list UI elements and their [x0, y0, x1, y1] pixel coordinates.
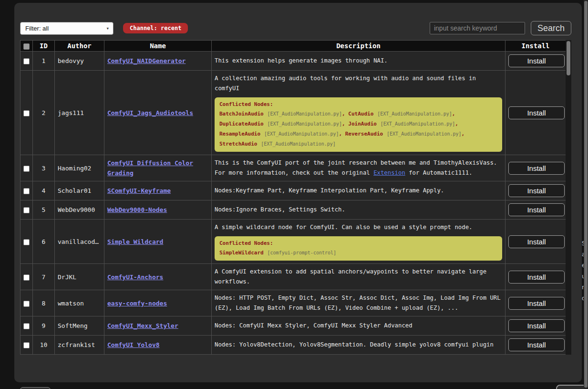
- column-header-name: Name: [104, 41, 212, 52]
- column-header-id: ID: [33, 41, 55, 52]
- conflict-separator: ,: [339, 131, 345, 137]
- install-button[interactable]: Install: [508, 338, 565, 351]
- row-description-cell: A collection amazing audio tools for wor…: [212, 71, 505, 155]
- search-button[interactable]: Search: [531, 21, 571, 35]
- row-name: ComfyUI Yolov8: [104, 336, 212, 355]
- row-name-link[interactable]: SComfyUI-Keyframe: [107, 187, 171, 194]
- conflict-node-name: StretchAudio: [219, 141, 257, 147]
- row-name-link[interactable]: WebDev9000-Nodes: [107, 206, 167, 213]
- row-select-cell: [21, 181, 33, 200]
- row-name: ComfyUI_Mexx_Styler: [104, 316, 212, 336]
- row-description: A simple wildcard node for ComfyUI. Can …: [215, 222, 502, 232]
- row-description-cell: A ComfyUI extension to add spatial ancho…: [212, 264, 505, 290]
- row-select-cell: [21, 316, 33, 336]
- row-checkbox[interactable]: [23, 274, 30, 281]
- row-author-text: Haoming02: [58, 163, 101, 173]
- row-install-cell: Install: [505, 181, 566, 200]
- custom-nodes-table-wrap: ID Author Name Description Install 1bedo…: [20, 40, 571, 355]
- conflict-separator: ,: [342, 121, 348, 127]
- install-button[interactable]: Install: [508, 297, 565, 310]
- page-scrollbar-track: [584, 0, 588, 389]
- conflict-box: Conflicted Nodes:BatchJoinAudio [EXT_Aud…: [215, 97, 502, 152]
- row-id: 4: [33, 181, 55, 200]
- row-select-cell: [21, 264, 33, 290]
- conflict-node-source: [EXT_AudioManipulation.py]: [261, 141, 336, 147]
- row-name-link[interactable]: ComfyUI Yolov8: [107, 341, 160, 348]
- row-description-cell: Nodes: Yolov8Detection, Yolov8Segmentati…: [212, 336, 505, 355]
- row-name-link[interactable]: ComfyUI_Mexx_Styler: [107, 322, 178, 329]
- conflict-separator: ,: [342, 111, 348, 117]
- table-row: 5WebDev9000WebDev9000-NodesNodes:Ignore …: [21, 200, 566, 220]
- row-author-text: Scholar01: [58, 186, 101, 196]
- row-description-cell: Nodes:Keyframe Part, Keyframe Interpolat…: [212, 181, 505, 200]
- install-button[interactable]: Install: [508, 106, 565, 119]
- header-select-cell: [21, 41, 33, 52]
- install-button[interactable]: Install: [508, 319, 565, 332]
- row-checkbox[interactable]: [23, 239, 30, 245]
- conflict-node-name: ReverseAudio: [345, 131, 383, 137]
- row-description: Nodes:Ignore Braces, Settings Switch.: [215, 205, 502, 215]
- row-author: zcfrank1st: [55, 336, 104, 355]
- row-author-text: bedovyy: [58, 56, 101, 66]
- row-name-link[interactable]: ComfyUI-Anchors: [107, 273, 163, 281]
- row-author-text: vanillacode314: [58, 237, 101, 247]
- row-name-link[interactable]: ComfyUI_NAIDGenerator: [107, 57, 186, 64]
- table-header-row: ID Author Name Description Install: [21, 41, 566, 52]
- row-checkbox[interactable]: [23, 188, 30, 194]
- search-input[interactable]: [430, 22, 525, 34]
- row-name: ComfyUI_NAIDGenerator: [104, 52, 212, 71]
- row-install-cell: Install: [505, 264, 566, 290]
- conflict-items: BatchJoinAudio [EXT_AudioManipulation.py…: [219, 108, 497, 148]
- row-author: DrJKL: [55, 264, 104, 290]
- install-button[interactable]: Install: [508, 235, 565, 248]
- row-select-cell: [21, 220, 33, 264]
- row-checkbox[interactable]: [23, 166, 30, 172]
- table-row: 8wmatsoneasy-comfy-nodesNodes: HTTP POST…: [21, 290, 566, 316]
- conflict-node-source: [comfyui-prompt-control]: [268, 250, 337, 255]
- table-row: 6vanillacode314Simple WildcardA simple w…: [21, 220, 566, 264]
- row-install-cell: Install: [505, 336, 566, 355]
- row-description: Nodes: Yolov8Detection, Yolov8Segmentati…: [215, 340, 502, 350]
- install-button[interactable]: Install: [508, 271, 565, 284]
- row-checkbox[interactable]: [23, 58, 30, 64]
- conflict-node-name: JoinAudio: [348, 121, 377, 127]
- table-row: 7DrJKLComfyUI-AnchorsA ComfyUI extension…: [21, 264, 566, 290]
- conflict-items: SimpleWildcard [comfyui-prompt-control]: [219, 247, 497, 257]
- page-scrollbar-thumb[interactable]: [584, 1, 588, 388]
- row-name: WebDev9000-Nodes: [104, 200, 212, 220]
- row-checkbox[interactable]: [23, 301, 30, 307]
- row-description-cell: This is the ComfyUI port of the joint re…: [212, 155, 505, 181]
- install-button[interactable]: Install: [508, 184, 565, 197]
- close-button[interactable]: Close: [20, 387, 51, 389]
- row-select-cell: [21, 52, 33, 71]
- row-checkbox[interactable]: [23, 323, 30, 329]
- table-row: 1bedovyyComfyUI_NAIDGeneratorThis extens…: [21, 52, 566, 71]
- row-checkbox[interactable]: [23, 207, 30, 213]
- filter-select-wrap: Filter: all ▾: [20, 22, 113, 35]
- row-name-link[interactable]: ComfyUI Diffusion Color Grading: [107, 159, 193, 177]
- row-name-link[interactable]: easy-comfy-nodes: [107, 300, 167, 307]
- filter-select[interactable]: Filter: all: [20, 22, 113, 35]
- row-checkbox[interactable]: [23, 342, 30, 348]
- table-scrollbar-thumb[interactable]: [567, 41, 570, 75]
- conflict-separator: ,: [455, 121, 458, 127]
- row-name-link[interactable]: Simple Wildcard: [107, 238, 163, 245]
- table-row: 4Scholar01SComfyUI-KeyframeNodes:Keyfram…: [21, 181, 566, 200]
- row-description: Nodes: ComfyUI Mexx Styler, ComfyUI Mexx…: [215, 321, 502, 331]
- row-name-link[interactable]: ComfyUI_Jags_Audiotools: [107, 109, 193, 116]
- row-checkbox[interactable]: [23, 110, 30, 116]
- table-row: 3Haoming02ComfyUI Diffusion Color Gradin…: [21, 155, 566, 181]
- install-button[interactable]: Install: [508, 54, 565, 67]
- select-all-checkbox[interactable]: [23, 43, 30, 50]
- row-description-cell: This extension helps generate images thr…: [212, 52, 505, 71]
- install-button[interactable]: Install: [508, 203, 565, 216]
- row-install-cell: Install: [505, 200, 566, 220]
- row-select-cell: [21, 336, 33, 355]
- row-description: This extension helps generate images thr…: [215, 56, 502, 66]
- description-link[interactable]: Extension: [373, 169, 405, 176]
- row-description-cell: A simple wildcard node for ComfyUI. Can …: [212, 220, 505, 264]
- column-header-description: Description: [212, 41, 505, 52]
- conflict-node-source: [EXT_AudioManipulation.py]: [387, 131, 462, 137]
- install-button[interactable]: Install: [508, 162, 565, 175]
- table-scrollbar-track: [566, 40, 571, 355]
